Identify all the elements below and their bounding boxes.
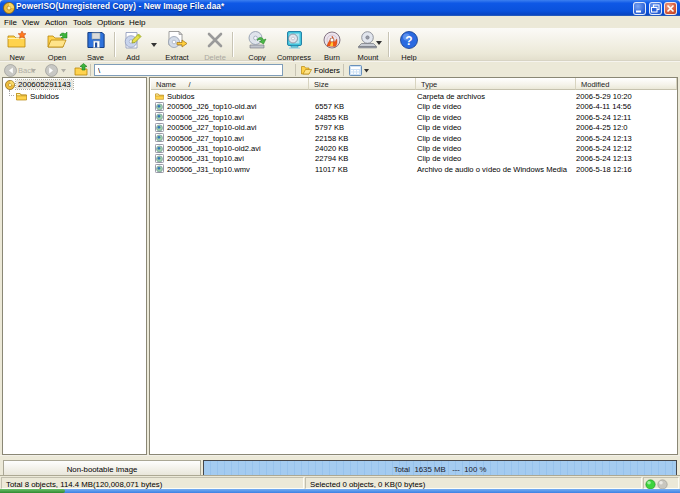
svg-text:?: ?	[405, 34, 412, 48]
